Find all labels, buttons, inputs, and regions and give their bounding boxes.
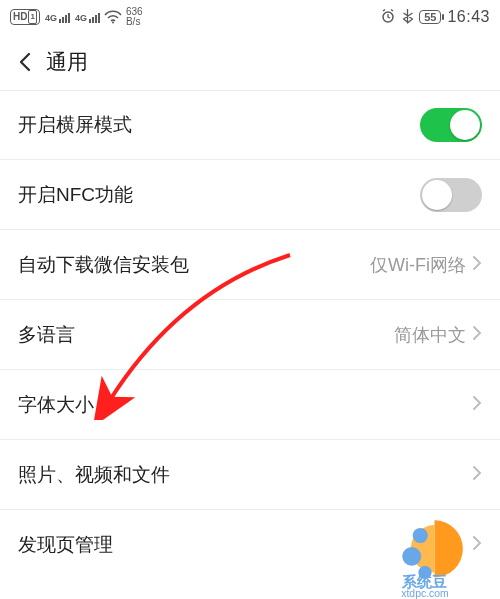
signal-2: 4G <box>74 11 100 23</box>
watermark-url: xtdpc.com <box>401 588 448 599</box>
hd-badge: HD 1 <box>10 9 40 25</box>
row-label: 自动下载微信安装包 <box>18 252 189 278</box>
signal-bars-icon <box>59 13 70 23</box>
chevron-right-icon <box>472 535 482 555</box>
row-label: 多语言 <box>18 322 75 348</box>
page-title: 通用 <box>46 48 88 76</box>
row-label: 字体大小 <box>18 392 94 418</box>
signal-1: 4G <box>44 11 70 23</box>
chevron-right-icon <box>472 255 482 275</box>
page-header: 通用 <box>0 34 500 90</box>
row-label: 开启NFC功能 <box>18 182 133 208</box>
toggle-knob <box>450 110 480 140</box>
row-right: 简体中文 <box>394 323 482 347</box>
row-right <box>472 465 482 485</box>
clock: 16:43 <box>447 8 490 26</box>
row-right <box>472 535 482 555</box>
bluetooth-icon <box>402 8 413 27</box>
net-speed-unit: B/s <box>126 17 143 27</box>
chevron-right-icon <box>472 395 482 415</box>
row-discover-management[interactable]: 发现页管理 <box>0 510 500 580</box>
status-bar: HD 1 4G 4G 636 B/s <box>0 0 500 34</box>
chevron-right-icon <box>472 465 482 485</box>
battery-indicator: 55 <box>419 10 441 24</box>
back-button[interactable] <box>8 44 44 80</box>
row-right <box>472 395 482 415</box>
row-label: 开启横屏模式 <box>18 112 132 138</box>
alarm-icon <box>380 8 396 27</box>
row-value: 仅Wi-Fi网络 <box>370 253 466 277</box>
row-landscape-mode[interactable]: 开启横屏模式 <box>0 90 500 160</box>
wifi-icon <box>104 10 122 24</box>
row-right: 仅Wi-Fi网络 <box>370 253 482 277</box>
status-left: HD 1 4G 4G 636 B/s <box>10 7 143 27</box>
toggle-landscape[interactable] <box>420 108 482 142</box>
row-label: 照片、视频和文件 <box>18 462 170 488</box>
network-4g-label-2: 4G <box>75 13 87 23</box>
network-speed: 636 B/s <box>126 7 143 27</box>
row-media-files[interactable]: 照片、视频和文件 <box>0 440 500 510</box>
hd-text: HD <box>13 11 27 23</box>
row-font-size[interactable]: 字体大小 <box>0 370 500 440</box>
row-auto-download[interactable]: 自动下载微信安装包 仅Wi-Fi网络 <box>0 230 500 300</box>
chevron-right-icon <box>472 325 482 345</box>
row-nfc[interactable]: 开启NFC功能 <box>0 160 500 230</box>
row-label: 发现页管理 <box>18 532 113 558</box>
toggle-nfc[interactable] <box>420 178 482 212</box>
battery-percent: 55 <box>424 11 436 23</box>
svg-point-0 <box>112 22 114 24</box>
chevron-left-icon <box>15 51 37 73</box>
row-language[interactable]: 多语言 简体中文 <box>0 300 500 370</box>
status-right: 55 16:43 <box>380 8 490 27</box>
signal-bars-icon <box>89 13 100 23</box>
network-4g-label-1: 4G <box>45 13 57 23</box>
toggle-knob <box>422 180 452 210</box>
hd-sim-number: 1 <box>28 10 36 24</box>
settings-general-screen: { "status": { "hd_label": "HD", "hd_sim"… <box>0 0 500 599</box>
row-value: 简体中文 <box>394 323 466 347</box>
